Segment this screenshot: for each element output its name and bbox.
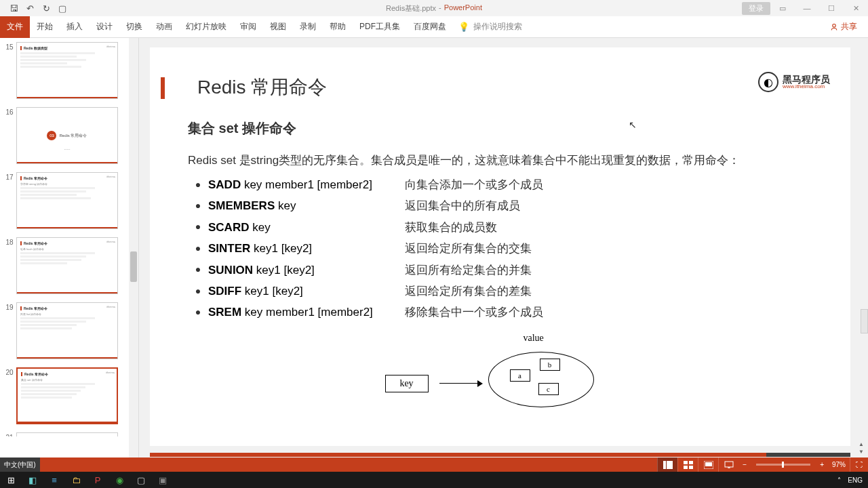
chrome-icon[interactable]: ◉ — [108, 472, 130, 488]
thumbnail-slide-current: Redis 常用命令itheima 集合 set 操作命令 — [16, 367, 118, 424]
slideshow-start-icon[interactable]: ▢ — [57, 3, 68, 14]
start-button[interactable]: ⊞ — [0, 472, 22, 488]
svg-rect-5 — [684, 466, 688, 469]
save-icon[interactable]: 🖫 — [8, 3, 19, 14]
svg-rect-2 — [667, 461, 673, 469]
side-collapse-handle[interactable] — [861, 309, 868, 333]
tab-slideshow[interactable]: 幻灯片放映 — [179, 16, 233, 38]
command-row: ●SREM key member1 [member2]移除集合中一个或多个成员 — [188, 302, 812, 323]
command-row: ●SDIFF key1 [key2]返回给定所有集合的差集 — [188, 281, 812, 302]
app-name: PowerPoint — [444, 3, 482, 14]
slide-title: Redis 常用命令 — [197, 75, 812, 100]
tab-design[interactable]: 设计 — [90, 16, 119, 38]
undo-icon[interactable]: ↶ — [24, 3, 35, 14]
quick-access-toolbar: 🖫 ↶ ↻ ▢ — [0, 3, 68, 14]
slide-editor-area: Redis 常用命令 ◐ 黑马程序员 www.itheima.com 集合 se… — [139, 38, 868, 458]
slide-intro-text: Redis set 是string类型的无序集合。集合成员是唯一的，这就意味着集… — [188, 152, 812, 169]
svg-point-0 — [833, 24, 836, 27]
arrow-icon — [439, 383, 481, 384]
tab-insert[interactable]: 插入 — [60, 16, 90, 38]
document-name: Redis基础.pptx — [386, 3, 436, 14]
set-diagram: value key a b c — [385, 333, 616, 414]
set-item-a: a — [510, 369, 530, 382]
tab-review[interactable]: 审阅 — [233, 16, 263, 38]
zoom-slider[interactable] — [756, 464, 810, 466]
slide-thumbnail-pane[interactable]: 15 Redis 数据类型itheima 16 03Redis 常用命令 • •… — [0, 38, 139, 458]
next-slide-icon: ▼ — [859, 449, 867, 455]
prev-slide-icon: ▲ — [859, 441, 867, 447]
thumbnail-slide: Redis 常用命令itheima 列表 list 操作命令 — [16, 302, 118, 359]
command-list: ●SADD key member1 [member2]向集合添加一个或多个成员 … — [188, 174, 812, 323]
login-button[interactable]: 登录 — [742, 2, 770, 15]
svg-rect-4 — [689, 461, 693, 464]
slide-canvas[interactable]: Redis 常用命令 ◐ 黑马程序员 www.itheima.com 集合 se… — [150, 47, 850, 446]
thumbnail-slide: Redis 数据类型itheima — [16, 42, 118, 99]
svg-rect-3 — [684, 461, 688, 464]
zoom-percent[interactable]: 97% — [828, 461, 850, 468]
svg-rect-9 — [725, 462, 733, 467]
zoom-handle[interactable] — [782, 462, 784, 468]
vscode-icon[interactable]: ≡ — [43, 472, 65, 488]
terminal-icon[interactable]: ▣ — [152, 472, 174, 488]
tell-me-label: 操作说明搜索 — [473, 21, 522, 33]
system-tray: ˄ ENG — [837, 476, 868, 484]
tray-chevron-icon[interactable]: ˄ — [837, 476, 841, 484]
task-view-icon[interactable]: ◧ — [22, 472, 43, 488]
title-bar: 🖫 ↶ ↻ ▢ Redis基础.pptx - PowerPoint 登录 ▭ —… — [0, 0, 868, 16]
thumbnail-18[interactable]: 18 Redis 常用命令itheima 哈希 hash 操作命令 — [0, 233, 138, 298]
explorer-icon[interactable]: 🗀 — [65, 472, 87, 488]
typora-icon[interactable]: ▢ — [130, 472, 152, 488]
ime-indicator[interactable]: ENG — [848, 476, 863, 484]
language-indicator[interactable]: 中文(中国) — [0, 458, 40, 472]
tab-help[interactable]: 帮助 — [323, 16, 353, 38]
fit-to-window-button[interactable]: ⛶ — [850, 458, 868, 472]
thumbnail-scrollbar[interactable] — [129, 38, 138, 458]
logo-text-cn: 黑马程序员 — [783, 75, 830, 84]
thumbnail-16[interactable]: 16 03Redis 常用命令 • • • • • — [0, 103, 138, 168]
redo-icon[interactable]: ↻ — [41, 3, 52, 14]
tab-view[interactable]: 视图 — [263, 16, 293, 38]
logo-url: www.itheima.com — [783, 84, 830, 89]
maximize-button[interactable]: ☐ — [819, 1, 844, 16]
sorter-view-button[interactable] — [677, 458, 698, 472]
svg-rect-6 — [689, 466, 693, 469]
tab-baidu-netdisk[interactable]: 百度网盘 — [407, 16, 453, 38]
tab-animations[interactable]: 动画 — [149, 16, 179, 38]
title-accent — [161, 77, 165, 99]
slide-subtitle: 集合 set 操作命令 — [188, 119, 812, 138]
tab-home[interactable]: 开始 — [30, 16, 60, 38]
thumbnail-15[interactable]: 15 Redis 数据类型itheima — [0, 38, 138, 103]
thumbnail-20[interactable]: 20 Redis 常用命令itheima 集合 set 操作命令 — [0, 363, 138, 428]
thumbnail-19[interactable]: 19 Redis 常用命令itheima 列表 list 操作命令 — [0, 298, 138, 363]
tell-me-search[interactable]: 💡 操作说明搜索 — [453, 21, 528, 33]
set-item-c: c — [538, 383, 559, 395]
svg-rect-1 — [663, 461, 666, 469]
video-progress-bar[interactable] — [150, 453, 850, 457]
thumbnail-21[interactable]: 21 — [0, 428, 138, 436]
normal-view-button[interactable] — [657, 458, 677, 472]
slideshow-view-button[interactable] — [718, 458, 738, 472]
brand-logo: ◐ 黑马程序员 www.itheima.com — [758, 72, 830, 92]
tab-file[interactable]: 文件 — [0, 16, 30, 38]
windows-taskbar: ⊞ ◧ ≡ 🗀 P ◉ ▢ ▣ ˄ ENG — [0, 472, 868, 488]
share-button[interactable]: 共享 — [830, 21, 857, 33]
thumbnail-17[interactable]: 17 Redis 常用命令itheima 字符串 string 操作命令 — [0, 168, 138, 233]
powerpoint-icon[interactable]: P — [87, 472, 108, 488]
svg-rect-8 — [705, 462, 712, 466]
command-row: ●SMEMBERS key返回集合中的所有成员 — [188, 195, 812, 216]
tab-record[interactable]: 录制 — [293, 16, 323, 38]
reading-view-button[interactable] — [698, 458, 718, 472]
tab-pdf-tools[interactable]: PDF工具集 — [353, 16, 407, 38]
thumbnail-slide: Redis 常用命令itheima 字符串 string 操作命令 — [16, 172, 118, 229]
scrollbar-handle[interactable] — [130, 251, 137, 282]
thumbnail-slide — [16, 432, 118, 436]
command-row: ●SCARD key获取集合的成员数 — [188, 217, 812, 238]
slide-nav-arrows[interactable]: ▲▼ — [859, 441, 867, 455]
close-button[interactable]: ✕ — [844, 1, 868, 16]
ribbon-options-icon[interactable]: ▭ — [770, 1, 795, 16]
minimize-button[interactable]: — — [795, 1, 819, 16]
slide-scrollbar[interactable] — [859, 38, 868, 458]
tab-transitions[interactable]: 切换 — [119, 16, 149, 38]
share-label: 共享 — [841, 21, 857, 33]
logo-icon: ◐ — [758, 72, 778, 92]
